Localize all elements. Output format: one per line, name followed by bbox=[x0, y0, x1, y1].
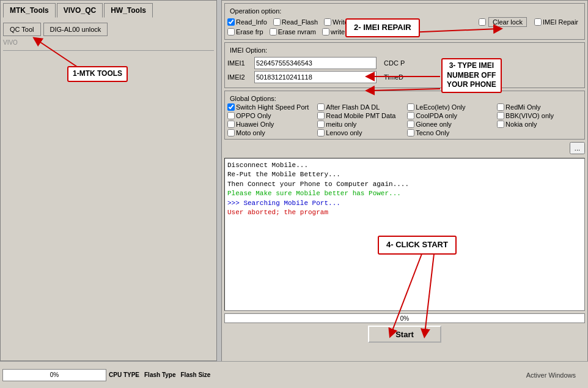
chk-read-info-input[interactable] bbox=[227, 18, 235, 26]
chk-redmi: RedMi Only bbox=[497, 103, 578, 111]
chk-write-recovery: write recovery bbox=[322, 28, 372, 35]
subtab-qc[interactable]: QC Tool bbox=[3, 23, 41, 36]
chk-after-flash-input[interactable] bbox=[317, 103, 325, 111]
chk-write-recovery-label: write recovery bbox=[331, 28, 372, 35]
global-label: Global Options: bbox=[227, 94, 582, 103]
chk-gionee-label: Gionee only bbox=[416, 121, 452, 128]
chk-meitu-label: meitu only bbox=[326, 121, 356, 128]
chk-erase-nvram: Erase nvram bbox=[270, 28, 316, 35]
chk-erase-frp-input[interactable] bbox=[227, 28, 235, 35]
chk-huawei-input[interactable] bbox=[227, 121, 235, 128]
left-progress: 0% bbox=[2, 369, 106, 381]
chk-meitu-input[interactable] bbox=[317, 121, 325, 128]
chk-huawei-label: Huawei Only bbox=[236, 121, 274, 128]
chk-imei-repair: IMEI Repair bbox=[534, 18, 578, 26]
chk-after-flash-label: After Flash DA DL bbox=[326, 103, 380, 111]
chk-lenovo-label: Lenovo only bbox=[326, 129, 362, 136]
chk-read-mobile: Read Mobile PMT Data bbox=[317, 112, 399, 119]
chk-after-flash: After Flash DA DL bbox=[317, 103, 399, 111]
chk-switch-high-label: Switch Hight Speed Port bbox=[236, 103, 309, 111]
chk-clear-lock: Clear lock bbox=[479, 17, 528, 27]
subtab-dig[interactable]: DIG-AL00 unlock bbox=[43, 23, 108, 36]
chk-gionee-input[interactable] bbox=[407, 121, 414, 128]
chk-imei-repair-input[interactable] bbox=[534, 18, 542, 26]
chk-write-f-input[interactable] bbox=[324, 18, 331, 26]
operation-row2: Erase frp Erase nvram write recovery bbox=[227, 28, 582, 35]
imei2-row: IMEI2 TimeD bbox=[227, 71, 582, 83]
chk-nokia: Nokia only bbox=[497, 121, 578, 128]
chk-write-f: Write_F bbox=[324, 18, 356, 26]
chk-moto: Moto only bbox=[227, 129, 309, 136]
imei1-row: IMEI1 CDC P bbox=[227, 57, 582, 69]
console-line-1: Disconnect Mobile... bbox=[227, 161, 582, 170]
chk-read-info-label: Read_Info bbox=[236, 18, 267, 26]
global-section: Global Options: Switch Hight Speed Port … bbox=[224, 91, 585, 140]
chk-leeco: LeEco(letv) Only bbox=[407, 103, 488, 111]
chk-switch-high-input[interactable] bbox=[227, 103, 235, 111]
start-button[interactable]: Start bbox=[368, 326, 441, 343]
imei-section: IMEI Option: IMEI1 CDC P IMEI2 TimeD bbox=[224, 42, 585, 88]
chk-moto-input[interactable] bbox=[227, 129, 235, 136]
tab-bar: MTK_Tools VIVO_QC HW_Tools bbox=[1, 1, 216, 18]
chk-lenovo-input[interactable] bbox=[317, 129, 325, 136]
subtab-bar: QC Tool DIG-AL00 unlock bbox=[1, 20, 216, 36]
imei-option-label: IMEI Option: bbox=[227, 45, 582, 55]
chk-write-f-label: Write_F bbox=[333, 18, 356, 26]
imei1-input[interactable] bbox=[254, 57, 377, 69]
operation-label: Operation option: bbox=[227, 6, 582, 16]
flash-size-label: Flash Size bbox=[181, 371, 211, 378]
right-panel: Operation option: Read_Info Read_Flash W… bbox=[221, 0, 588, 388]
chk-coolpda-input[interactable] bbox=[407, 112, 414, 119]
chk-clear-lock-input[interactable] bbox=[479, 18, 486, 26]
chk-erase-frp-label: Erase frp bbox=[236, 28, 263, 35]
chk-read-flash-input[interactable] bbox=[273, 18, 281, 26]
chk-nokia-input[interactable] bbox=[497, 121, 504, 128]
chk-leeco-label: LeEco(letv) Only bbox=[416, 103, 465, 111]
chk-oppo-input[interactable] bbox=[227, 112, 235, 119]
chk-read-flash-label: Read_Flash bbox=[282, 18, 318, 26]
operation-section: Operation option: Read_Info Read_Flash W… bbox=[224, 3, 585, 40]
chk-read-mobile-input[interactable] bbox=[317, 112, 325, 119]
chk-tecno-input[interactable] bbox=[407, 129, 414, 136]
chk-switch-high: Switch Hight Speed Port bbox=[227, 103, 309, 111]
tab-mtk[interactable]: MTK_Tools bbox=[3, 3, 56, 18]
console-area[interactable]: Disconnect Mobile... Re-Put the Mobile B… bbox=[224, 158, 585, 311]
activer-windows-text: Activer Windows bbox=[526, 371, 576, 379]
chk-meitu: meitu only bbox=[317, 121, 399, 128]
chk-read-info: Read_Info bbox=[227, 18, 267, 26]
tab-vivo[interactable]: VIVO_QC bbox=[57, 3, 103, 18]
imei1-label: IMEI1 bbox=[227, 59, 252, 67]
time-label: TimeD bbox=[384, 73, 403, 81]
chk-huawei: Huawei Only bbox=[227, 121, 309, 128]
tab-hw[interactable]: HW_Tools bbox=[104, 3, 153, 18]
vivo-sublabel: VIVO bbox=[3, 38, 18, 47]
chk-bbk-input[interactable] bbox=[497, 112, 504, 119]
chk-leeco-input[interactable] bbox=[407, 103, 414, 111]
console-line-4: Please Make sure Mobile better has Power… bbox=[227, 189, 582, 198]
console-line-2: Re-Put the Mobile Bettery... bbox=[227, 170, 582, 179]
chk-erase-nvram-input[interactable] bbox=[270, 28, 277, 35]
console-line-3: Then Connect your Phone to Computer agai… bbox=[227, 180, 582, 189]
cpu-type-label: CPU TYPE bbox=[109, 371, 139, 378]
imei2-input[interactable] bbox=[254, 71, 377, 83]
chk-redmi-label: RedMi Only bbox=[505, 103, 540, 111]
chk-gionee: Gionee only bbox=[407, 121, 488, 128]
chk-lenovo: Lenovo only bbox=[317, 129, 399, 136]
progress-label: 0% bbox=[400, 314, 409, 324]
console-line-6: User aborted; the program bbox=[227, 208, 582, 217]
chk-bbk-label: BBK(VIVO) only bbox=[505, 112, 554, 119]
console-line-5: >>> Searching Mobile Port... bbox=[227, 199, 582, 208]
chk-bbk: BBK(VIVO) only bbox=[497, 112, 578, 119]
chk-coolpda-label: CoolPDA only bbox=[416, 112, 457, 119]
chk-imei-repair-label: IMEI Repair bbox=[543, 18, 578, 26]
left-panel: MTK_Tools VIVO_QC HW_Tools QC Tool DIG-A… bbox=[0, 0, 217, 361]
chk-write-recovery-input[interactable] bbox=[322, 28, 329, 35]
browse-btn[interactable]: ... bbox=[570, 142, 585, 154]
chk-read-mobile-label: Read Mobile PMT Data bbox=[326, 112, 395, 119]
clear-lock-btn[interactable]: Clear lock bbox=[488, 17, 527, 27]
operation-row1: Read_Info Read_Flash Write_F Clear lock … bbox=[227, 17, 582, 27]
chk-redmi-input[interactable] bbox=[497, 103, 504, 111]
bottom-fields: CPU TYPE Flash Type Flash Size bbox=[109, 371, 210, 378]
cdc-label: CDC P bbox=[384, 59, 405, 67]
flash-type-label: Flash Type bbox=[144, 371, 176, 378]
